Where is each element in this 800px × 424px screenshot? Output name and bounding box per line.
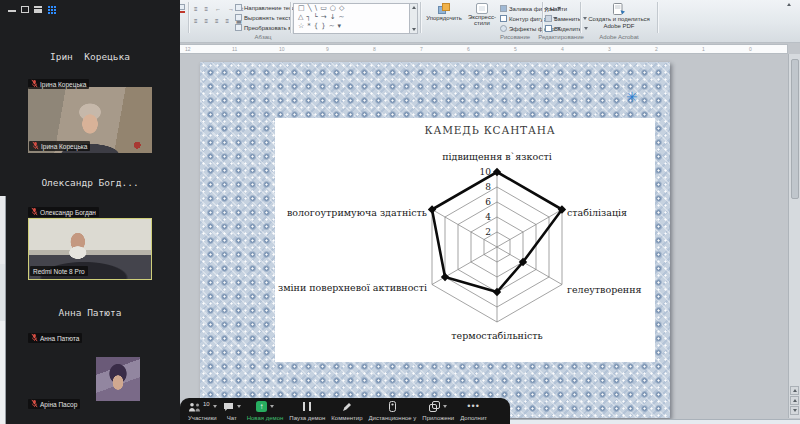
scrollbar-thumb[interactable]	[791, 59, 799, 199]
screen: ≡ ≡ ← → ↕ ≡ ≡ ≡ ≡ ▦ Направление текста	[0, 0, 800, 424]
axis-label-moisture-retention: вологоутримуюча здатність	[287, 207, 427, 218]
shapes-row[interactable]: △┐└→↓~	[294, 13, 417, 22]
text-direction-icon	[235, 4, 242, 11]
select-button[interactable]: Выделить	[545, 24, 588, 33]
quick-styles-icon	[476, 3, 488, 14]
muted-mic-icon	[31, 333, 38, 343]
muted-mic-icon	[31, 207, 38, 217]
find-button[interactable]: Найти	[545, 4, 588, 13]
participant-name: Анна Патюта	[0, 307, 180, 318]
scroll-up-icon[interactable]	[412, 6, 416, 9]
shape-fill-icon	[500, 5, 507, 12]
adobe-group-label: Adobe Acrobat	[599, 34, 638, 40]
align-left-icon: ≡	[191, 16, 201, 27]
shapes-row[interactable]: ☆*{}~▾	[294, 22, 417, 31]
replace-icon	[545, 15, 552, 22]
pause-share-button[interactable]: Пауза демон	[287, 400, 327, 424]
ruler-number: 6	[467, 46, 470, 52]
gallery-view-icon[interactable]	[48, 6, 50, 8]
shapes-gallery-scrollbar[interactable]	[409, 4, 417, 33]
axis-label-viscosity: підвищення в`язкості	[442, 151, 552, 162]
participant-name-tag: Анна Патюта	[28, 333, 82, 343]
participants-icon	[188, 398, 201, 416]
share-screen-icon: ↑	[256, 401, 267, 412]
ruler-number: 0	[749, 46, 752, 52]
participant-avatar	[96, 357, 140, 401]
minimize-icon[interactable]	[8, 10, 16, 12]
collapse-ribbon-icon[interactable]	[787, 3, 791, 6]
previous-slide-button[interactable]	[790, 396, 799, 405]
chevron-icon[interactable]	[237, 405, 241, 408]
decrease-indent-icon: ←	[212, 4, 224, 15]
group-separator	[542, 2, 543, 33]
group-separator	[188, 2, 189, 33]
more-icon: •••	[467, 402, 479, 411]
chevron-icon[interactable]	[270, 405, 274, 408]
participants-count-badge: 10	[203, 401, 210, 407]
shape-outline-icon	[500, 15, 507, 22]
ruler-number: 3	[608, 46, 611, 52]
arrange-icon	[438, 3, 451, 15]
justify-icon: ≡	[223, 16, 233, 27]
svg-text:2: 2	[485, 227, 491, 237]
slide-workspace: ✳ КАМЕДЬ КСАНТАНА 108642 підвищення в`яз…	[175, 54, 800, 424]
select-icon	[545, 25, 552, 32]
participant-name-tag: Аріна Пасор	[28, 399, 80, 409]
participant-name: Ірин Корецька	[0, 51, 180, 62]
ruler-number: 9	[326, 46, 329, 52]
list-view-icon[interactable]	[34, 6, 42, 13]
replace-button[interactable]: Заменить	[545, 14, 588, 23]
axis-label-thermostability: термостабільність	[451, 330, 542, 341]
bullets-icon: ≡	[191, 4, 201, 15]
background-window-edge	[0, 196, 6, 424]
vertical-scrollbar[interactable]	[788, 54, 800, 418]
chat-button[interactable]: Чат	[221, 400, 243, 424]
ruler-number: 7	[420, 46, 423, 52]
group-separator	[420, 2, 421, 33]
more-button[interactable]: ••• Дополнит	[458, 400, 489, 424]
remote-control-button[interactable]: Дистанционное у	[366, 400, 418, 424]
svg-text:6: 6	[485, 197, 491, 207]
apps-button[interactable]: Приложени	[420, 400, 456, 424]
smartart-icon	[235, 24, 242, 31]
participant-name-tag: Ірина Корецька	[29, 141, 90, 151]
shapes-row[interactable]: □╲\▭○◇	[294, 4, 417, 13]
chevron-icon[interactable]	[213, 405, 217, 408]
group-separator	[657, 2, 658, 33]
participant-name-tag: Redmi Note 8 Pro	[30, 266, 88, 276]
paragraph-group-label: Абзац	[255, 34, 272, 40]
zoom-video-strip: Ірин Корецька Ірина Корецька Ірина Корец…	[0, 0, 180, 424]
quick-styles-button[interactable]: Экспресс-стили	[465, 3, 499, 26]
remote-control-icon	[389, 398, 396, 416]
align-center-icon: ≡	[202, 16, 212, 27]
pencil-icon	[342, 398, 352, 416]
axis-label-surface-activity: зміни поверхневої активності	[278, 282, 427, 293]
next-slide-button[interactable]	[790, 406, 799, 415]
scroll-down-icon[interactable]	[412, 28, 416, 31]
arrange-button[interactable]: Упорядочить	[424, 3, 464, 21]
participants-button[interactable]: 10 Участники	[186, 400, 219, 424]
participant-name-tag: Ірина Корецька	[28, 79, 89, 89]
powerpoint-window: ≡ ≡ ← → ↕ ≡ ≡ ≡ ≡ ▦ Направление текста	[175, 0, 800, 424]
ruler-number: 10	[279, 46, 285, 52]
axis-label-gelation: гелеутворення	[567, 284, 642, 295]
ruler-number: 1	[702, 46, 705, 52]
speaker-view-icon[interactable]	[21, 6, 29, 13]
ruler-number: 11	[232, 46, 237, 52]
shapes-gallery[interactable]: □╲\▭○◇ △┐└→↓~ ☆*{}~▾	[293, 3, 418, 34]
chevron-icon[interactable]	[443, 405, 447, 408]
ruler-number: 4	[561, 46, 564, 52]
svg-text:4: 4	[485, 212, 491, 222]
axis-label-stabilization: стабілізація	[567, 207, 627, 218]
editing-group-label: Редактирование	[538, 34, 584, 40]
ruler-number: 8	[373, 46, 376, 52]
muted-mic-icon	[32, 141, 39, 151]
ruler: 1211109876543210	[178, 44, 788, 54]
scroll-up-button[interactable]	[790, 386, 799, 395]
numbering-icon: ≡	[202, 4, 212, 15]
new-share-button[interactable]: ↑ Новая демон	[245, 400, 286, 424]
chat-icon	[223, 398, 234, 416]
annotate-button[interactable]: Комментир	[329, 400, 364, 424]
create-adobe-pdf-button[interactable]: Создать и поделиться Adobe PDF	[585, 3, 653, 30]
muted-mic-icon	[31, 399, 38, 409]
